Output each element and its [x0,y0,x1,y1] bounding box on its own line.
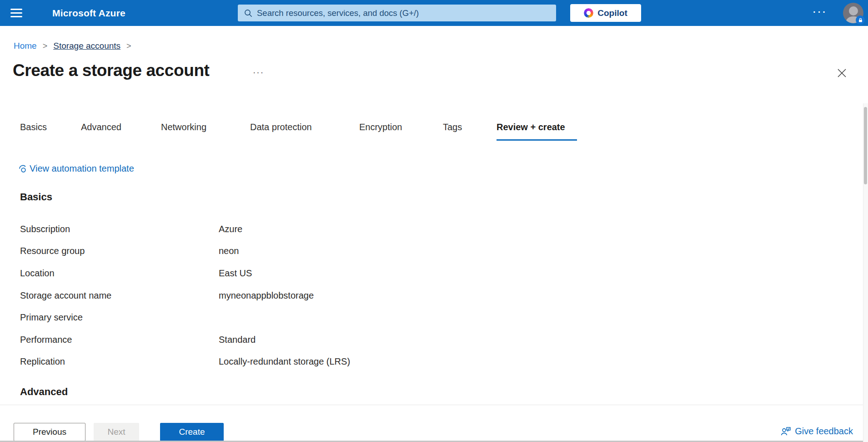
table-row-resource-group: Resource group neon [20,240,457,263]
row-label: Subscription [20,224,219,234]
close-icon[interactable] [836,67,848,79]
breadcrumb-separator-icon: > [126,41,131,51]
give-feedback-link[interactable]: Give feedback [781,422,853,440]
table-row-replication: Replication Locally-redundant storage (L… [20,351,457,373]
account-avatar[interactable] [843,3,863,23]
search-input[interactable] [257,8,550,18]
topbar-more-icon[interactable]: ··· [813,0,828,26]
table-row-location: Location East US [20,262,457,285]
global-search[interactable] [238,5,556,21]
breadcrumb-storage-accounts-link[interactable]: Storage accounts [53,41,120,51]
row-value: Locally-redundant storage (LRS) [219,356,457,367]
breadcrumb: Home > Storage accounts > [14,41,131,51]
table-row-storage-account-name: Storage account name myneonappblobstorag… [20,285,457,307]
section-heading-advanced: Advanced [20,386,68,398]
tab-encryption[interactable]: Encryption [359,122,402,132]
search-icon [244,9,252,17]
table-row-primary-service: Primary service [20,306,457,329]
azure-top-bar: Microsoft Azure Copilot ··· [0,0,868,26]
row-label: Resource group [20,246,219,256]
tab-basics[interactable]: Basics [20,122,47,132]
row-value: East US [219,268,457,279]
page-title: Create a storage account [13,61,210,80]
basics-summary-table: Subscription Azure Resource group neon L… [20,218,457,373]
view-automation-template-link[interactable]: View automation template [18,163,134,174]
breadcrumb-separator-icon: > [43,41,48,51]
table-row-subscription: Subscription Azure [20,218,457,240]
row-value: Azure [219,224,457,234]
tab-review-create[interactable]: Review + create [497,122,565,132]
hamburger-menu-icon[interactable] [10,9,22,17]
automation-template-icon [18,164,27,173]
tab-data-protection[interactable]: Data protection [250,122,312,132]
title-more-icon[interactable]: ··· [253,67,264,77]
tab-networking[interactable]: Networking [161,122,206,132]
active-tab-underline [497,139,577,141]
row-value: neon [219,246,457,256]
row-label: Storage account name [20,290,219,301]
vertical-scrollbar[interactable] [863,103,868,442]
scrollbar-thumb[interactable] [864,107,867,184]
tab-advanced[interactable]: Advanced [81,122,121,132]
feedback-icon [781,427,791,436]
wizard-footer: Previous Next Create Give feedback [0,405,868,442]
copilot-button[interactable]: Copilot [570,4,641,22]
copilot-icon [584,8,593,18]
copilot-label: Copilot [597,8,627,18]
section-heading-basics: Basics [20,191,52,203]
tab-tags[interactable]: Tags [443,122,462,132]
lock-badge-icon [856,15,865,25]
row-value: myneonappblobstorage [219,290,457,301]
feedback-label: Give feedback [795,426,853,437]
row-label: Primary service [20,312,219,323]
previous-button[interactable]: Previous [14,423,85,441]
row-label: Performance [20,335,219,345]
row-label: Location [20,268,219,279]
next-button-disabled[interactable]: Next [94,423,139,441]
row-label: Replication [20,356,219,367]
table-row-performance: Performance Standard [20,329,457,351]
breadcrumb-home-link[interactable]: Home [14,41,37,51]
row-value: Standard [219,335,457,345]
automation-link-label: View automation template [30,163,134,174]
create-button[interactable]: Create [160,423,224,441]
wizard-tabs: Basics Advanced Networking Data protecti… [0,122,868,141]
brand-title[interactable]: Microsoft Azure [52,0,125,26]
